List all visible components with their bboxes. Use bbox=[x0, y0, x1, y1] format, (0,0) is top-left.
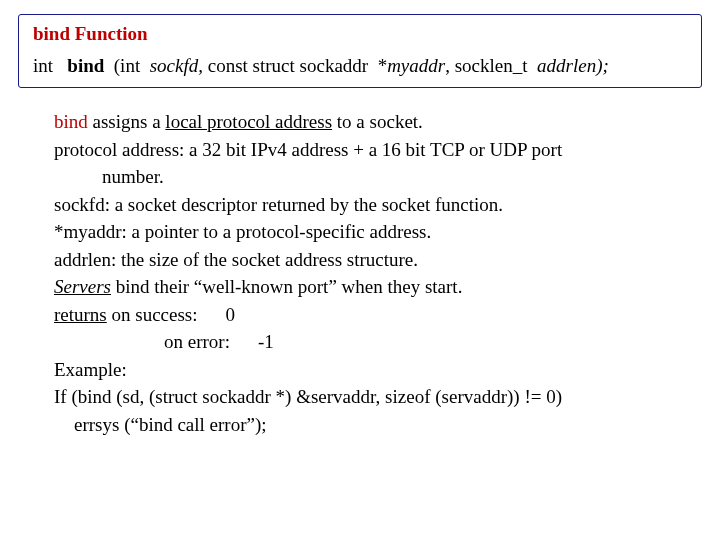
sig-addrlen: addrlen bbox=[537, 55, 596, 76]
returns-word: returns bbox=[54, 304, 107, 325]
ret-error-val: -1 bbox=[258, 331, 274, 352]
desc-line-2b: number. bbox=[54, 163, 682, 191]
desc-line-10: If (bind (sd, (struct sockaddr *) &serva… bbox=[54, 383, 682, 411]
desc-line-5: addrlen: the size of the socket address … bbox=[54, 246, 682, 274]
sig-close: ); bbox=[596, 55, 609, 76]
sig-open: (int bbox=[104, 55, 149, 76]
description-block: bind assigns a local protocol address to… bbox=[54, 108, 682, 439]
ret-success-val: 0 bbox=[226, 304, 236, 325]
sig-myaddr: myaddr bbox=[387, 55, 445, 76]
l1-txt2: to a socket. bbox=[332, 111, 423, 132]
desc-line-11: errsys (“bind call error”); bbox=[54, 411, 682, 439]
sig-mid2: , socklen_t bbox=[445, 55, 537, 76]
sig-name: bind bbox=[67, 55, 104, 76]
desc-line-2: protocol address: a 32 bit IPv4 address … bbox=[54, 136, 682, 164]
signature-box: bind Function int bind (int sockfd, cons… bbox=[18, 14, 702, 88]
desc-line-4: *myaddr: a pointer to a protocol-specifi… bbox=[54, 218, 682, 246]
desc-line-8: on error:-1 bbox=[54, 328, 682, 356]
l6-txt: bind their “well-known port” when they s… bbox=[111, 276, 462, 297]
sig-mid1: const struct sockaddr * bbox=[203, 55, 387, 76]
desc-line-3: sockfd: a socket descriptor returned by … bbox=[54, 191, 682, 219]
desc-line-1: bind assigns a local protocol address to… bbox=[54, 108, 682, 136]
sig-ret: int bbox=[33, 55, 67, 76]
function-signature: int bind (int sockfd, const struct socka… bbox=[33, 55, 687, 77]
l8-on-error: on error: bbox=[164, 331, 230, 352]
desc-line-7: returns on success:0 bbox=[54, 301, 682, 329]
l7-on-success: on success: bbox=[107, 304, 198, 325]
servers-word: Servers bbox=[54, 276, 111, 297]
bind-keyword: bind bbox=[54, 111, 88, 132]
local-protocol-address: local protocol address bbox=[165, 111, 332, 132]
desc-line-9: Example: bbox=[54, 356, 682, 384]
box-title: bind Function bbox=[33, 23, 687, 45]
desc-line-6: Servers bind their “well-known port” whe… bbox=[54, 273, 682, 301]
l1-txt1: assigns a bbox=[88, 111, 166, 132]
sig-sockfd: sockfd, bbox=[150, 55, 203, 76]
